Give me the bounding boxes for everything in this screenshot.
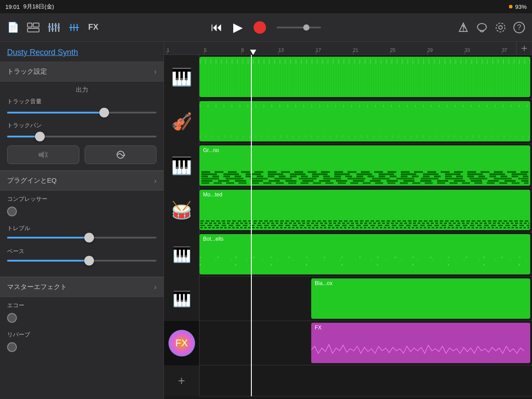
drums-icon: 🥁 [171,200,192,220]
svg-point-20 [499,26,502,29]
strings-icon: 🎻 [171,112,192,131]
record-button[interactable] [254,21,266,34]
track-thumb-drums[interactable]: 🥁 [164,188,200,232]
svg-rect-0 [27,23,32,27]
mute-button[interactable] [7,145,79,164]
svg-rect-9 [54,25,57,26]
tracks-scroll[interactable]: 🎹 🎻 [164,55,532,399]
piano-icon: 🎹 [171,67,192,87]
treble-row: トレブル [7,224,156,242]
rewind-button[interactable]: ⏮ [211,20,223,34]
track-row[interactable]: 🎹 [164,55,532,99]
solo-button[interactable] [85,145,157,164]
treble-slider[interactable] [7,237,156,239]
track-thumb-fx[interactable]: FX [164,321,200,365]
status-bar: 19:01 9月18日(金) 93% [0,0,532,13]
pan-slider[interactable] [7,136,156,137]
reverb-row: リバーブ [7,331,156,355]
svg-rect-7 [48,26,51,27]
settings-icon[interactable] [495,22,506,33]
help-icon[interactable]: ? [513,22,525,33]
strings-block[interactable] [200,101,530,141]
track-settings-row[interactable]: トラック設定 › [0,62,164,82]
add-track-row[interactable]: + [164,365,532,396]
master-effects-row[interactable]: マスターエフェクト › [0,277,164,297]
fx-block-label: FX [315,325,321,331]
track-content-synth1[interactable]: Bot...ells [200,232,532,276]
play-button[interactable]: ▶ [233,20,243,35]
piano2-label: Gr...no [203,147,219,153]
piano-block[interactable] [200,57,530,97]
master-volume-slider[interactable] [277,27,321,28]
synth1-block[interactable]: Bot...ells [200,234,530,274]
eq-section: コンプレッサー トレブル ベース [0,191,164,277]
track-content-synth2[interactable]: Bla...ox [200,277,532,321]
track-thumb-piano2[interactable]: 🎹 [164,144,200,188]
track-content-fx[interactable]: FX [200,321,532,365]
reverb-knob[interactable] [7,342,17,352]
ruler-mark: 13 [278,47,284,53]
output-group: 出力 トラック音量 トラックパン [0,82,164,171]
svg-marker-22 [39,151,44,158]
echo-label: エコー [7,301,156,309]
svg-rect-8 [51,28,54,30]
ruler-mark: 25 [390,47,395,53]
piano2-block[interactable]: Gr...no [200,145,530,186]
track-thumb-synth1[interactable]: 🎹 [164,232,200,277]
ruler-tick [167,51,167,55]
fx-block[interactable]: FX [311,323,530,363]
master-effects-chevron: › [154,283,156,291]
ruler-mark: 21 [353,47,358,53]
piano2-icon: 🎹 [171,156,192,176]
track-row[interactable]: FX FX [164,321,532,365]
track-thumb-strings[interactable]: 🎻 [164,99,200,144]
track-settings-chevron: › [154,68,156,76]
track-content-drums[interactable]: Mo...ted [200,188,532,232]
ruler-mark: 29 [427,47,433,53]
synth1-label: Bot...ells [203,236,223,242]
echo-knob[interactable] [7,313,17,323]
svg-rect-10 [57,27,60,28]
drums-block[interactable]: Mo...ted [200,190,530,230]
status-left: 19:01 9月18日(金) [5,3,54,11]
track-area: + 15913172125293337 🎹 [164,42,532,399]
drums-label: Mo...ted [203,192,222,198]
master-effects-label: マスターエフェクト [7,283,67,291]
track-row[interactable]: 🎻 [164,99,532,144]
metronome-icon[interactable] [458,22,469,33]
compressor-knob[interactable] [7,207,17,216]
file-icon[interactable]: 📄 [7,22,19,33]
bass-slider[interactable] [7,260,156,262]
toolbar-left: 📄 [7,22,180,33]
svg-point-21 [496,23,505,32]
status-date: 9月18日(金) [23,3,54,11]
svg-rect-1 [33,23,39,27]
ruler-mark: 33 [465,47,470,53]
volume-slider[interactable] [7,112,156,113]
plugins-eq-row[interactable]: プラグインとEQ › [0,171,164,191]
svg-rect-4 [52,23,53,32]
track-row[interactable]: 🎹 Bot...ells [164,232,532,277]
reverb-label: リバーブ [7,331,156,339]
track-row[interactable]: 🥁 Mo...ted [164,188,532,232]
eq-icon[interactable] [68,23,80,32]
add-bar-button[interactable]: + [516,42,532,55]
track-content-piano2[interactable]: Gr...no [200,144,532,188]
ruler-tick [278,51,279,55]
track-content-strings[interactable] [200,99,532,143]
bubble-icon[interactable] [476,22,488,33]
tracks-icon[interactable] [27,23,39,32]
fx-label[interactable]: FX [88,23,98,32]
bass-row: ベース [7,247,156,265]
track-row[interactable]: 🎹 Gr...no [164,144,532,188]
track-thumb-piano[interactable]: 🎹 [164,55,200,99]
mixer-icon[interactable] [47,23,60,32]
track-row[interactable]: 🎹 Bla...ox [164,277,532,321]
toolbar-right: ? [352,22,525,33]
synth2-block[interactable]: Bla...ox [311,278,530,319]
svg-rect-2 [27,28,39,32]
track-thumb-synth2[interactable]: 🎹 [164,277,200,321]
add-track-button[interactable]: + [164,365,200,396]
track-content-piano[interactable] [200,55,532,99]
plugin-title[interactable]: Dusty Record Synth [0,42,164,62]
